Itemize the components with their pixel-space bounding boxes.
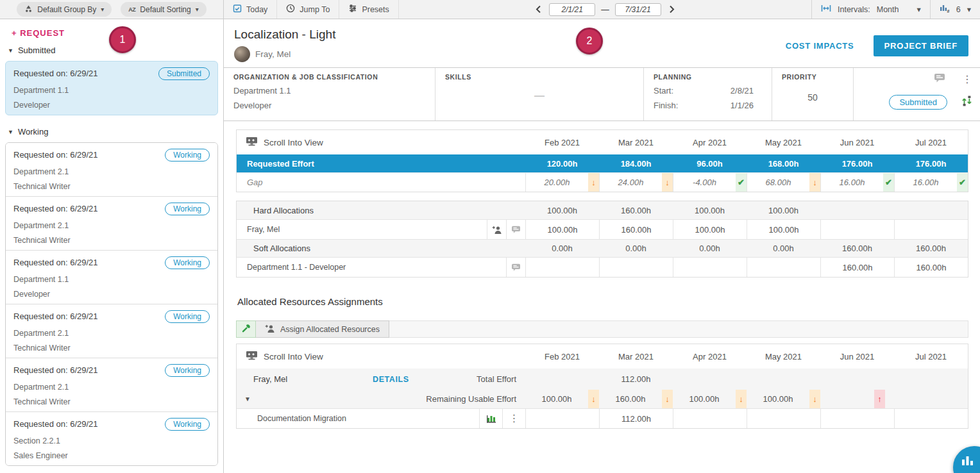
jump-to-button[interactable]: Jump To xyxy=(277,0,339,19)
months-header-row: Scroll Into View Feb 2021 Mar 2021 Apr 2… xyxy=(237,130,968,154)
effort-cell: 120.00h xyxy=(525,154,599,172)
requests-sidebar: Default Group By ▾ AZ Default Sorting ▾ … xyxy=(0,0,224,473)
range-end-input[interactable] xyxy=(615,3,661,16)
alloc-cell xyxy=(894,220,968,239)
status-badge: Working xyxy=(165,203,210,215)
gap-cell: 68.00h ↓ xyxy=(747,173,820,192)
alloc-cell xyxy=(525,258,599,277)
total-effort-cell: 112.00h xyxy=(599,369,673,390)
request-org: Department 2.1 xyxy=(13,221,210,230)
range-start-input[interactable] xyxy=(549,3,595,16)
gap-cell: 16.00h ✔ xyxy=(894,173,968,192)
skills-empty-dash: — xyxy=(534,90,545,102)
sorting-dropdown[interactable]: AZ Default Sorting ▾ xyxy=(121,2,206,17)
total-effort-cell xyxy=(747,369,820,390)
start-value: 2/8/21 xyxy=(731,86,754,95)
task-name: Documentation Migration xyxy=(237,409,479,428)
range-next-button[interactable] xyxy=(667,4,677,15)
working-section-header[interactable]: ▼ Working xyxy=(8,127,218,137)
gap-cell: -4.00h ✔ xyxy=(673,173,747,192)
request-card[interactable]: Requested on: 6/29/21 Working Department… xyxy=(6,143,217,196)
gap-cell: 24.00h ↓ xyxy=(599,173,673,192)
task-cell xyxy=(673,409,747,428)
request-date: Requested on: 6/29/21 xyxy=(13,310,98,321)
date-range-control: — xyxy=(399,3,811,16)
gap-down-indicator-icon: ↓ xyxy=(588,173,599,192)
request-card-submitted[interactable]: Requested on: 6/29/21 Submitted Departme… xyxy=(5,61,218,115)
app-window: Default Group By ▾ AZ Default Sorting ▾ … xyxy=(0,0,980,473)
request-card[interactable]: Requested on: 6/29/21 Working Department… xyxy=(6,358,217,411)
expand-collapse-icon[interactable]: ▼ xyxy=(237,395,373,402)
comment-icon[interactable] xyxy=(934,73,945,86)
org-label: ORGANIZATION & JOB CLASSIFICATION xyxy=(233,73,425,81)
details-link[interactable]: DETAILS xyxy=(373,375,409,384)
intervals-dropdown[interactable]: Month ▾ xyxy=(877,4,921,14)
alloc-cell: 100.00h xyxy=(525,220,599,239)
total-effort-cell xyxy=(525,369,599,390)
calendar-check-icon xyxy=(233,4,242,15)
comment-icon[interactable] xyxy=(506,258,525,277)
content-area: Scroll Into View Feb 2021 Mar 2021 Apr 2… xyxy=(224,121,980,473)
today-button[interactable]: Today xyxy=(224,0,277,19)
alloc-cell: 100.00h xyxy=(673,220,747,239)
intervals-value: Month xyxy=(877,5,899,14)
group-by-dropdown[interactable]: Default Group By ▾ xyxy=(17,2,112,17)
more-options-icon[interactable]: ⋮ xyxy=(962,74,972,85)
remaining-cell: ↑ xyxy=(820,390,894,408)
finish-value: 1/1/26 xyxy=(731,101,754,110)
alloc-total-cell: 0.00h xyxy=(599,240,673,257)
request-date: Requested on: 6/29/21 xyxy=(13,256,98,267)
chevron-down-icon: ▾ xyxy=(196,6,199,13)
project-brief-button[interactable]: PROJECT BRIEF xyxy=(874,35,968,56)
more-options-icon[interactable]: ⋮ xyxy=(502,409,525,428)
scroll-into-view-label: Scroll Into View xyxy=(264,352,323,361)
scroll-into-view-button[interactable]: Scroll Into View xyxy=(237,137,323,148)
toolbar-right: Intervals: Month ▾ # 6 ▾ xyxy=(811,0,980,19)
org-classification-cell: ORGANIZATION & JOB CLASSIFICATION Depart… xyxy=(224,68,435,120)
finish-label: Finish: xyxy=(654,101,678,110)
sliders-icon xyxy=(348,4,357,15)
workflow-status-icon[interactable] xyxy=(961,95,972,109)
request-card[interactable]: Requested on: 6/29/21 Working Department… xyxy=(6,196,217,250)
range-prev-button[interactable] xyxy=(534,4,543,15)
total-effort-cell xyxy=(820,369,894,390)
scroll-into-view-button[interactable]: Scroll Into View xyxy=(237,351,323,362)
effort-distribution-icon[interactable] xyxy=(479,409,502,428)
request-role: Technical Writer xyxy=(13,397,210,406)
today-label: Today xyxy=(246,5,267,14)
requested-effort-row: Requested Effort 120.00h 184.00h 96.00h … xyxy=(237,154,968,172)
month-header: Apr 2021 xyxy=(673,130,747,154)
alloc-total-cell: 160.00h xyxy=(820,240,894,257)
gap-check-indicator-icon: ✔ xyxy=(957,173,968,192)
scroll-into-view-label: Scroll Into View xyxy=(264,138,323,147)
remaining-cell: 100.00h ↓ xyxy=(747,390,820,408)
request-card[interactable]: Requested on: 6/29/21 Working Department… xyxy=(6,304,217,358)
assign-person-icon[interactable] xyxy=(487,220,506,239)
request-status-badge: Submitted xyxy=(889,95,947,110)
comment-icon[interactable] xyxy=(506,220,525,239)
wrench-icon xyxy=(242,324,251,335)
gap-cell: 20.00h ↓ xyxy=(525,173,599,192)
priority-cell: PRIORITY 50 xyxy=(772,68,854,120)
section-collapse-icon: ▼ xyxy=(8,129,13,135)
planning-cell: PLANNING Start: 2/8/21 Finish: 1/1/26 xyxy=(644,68,772,120)
presets-button[interactable]: Presets xyxy=(339,0,398,19)
cost-impacts-link[interactable]: COST IMPACTS xyxy=(786,41,854,51)
monitor-icon xyxy=(246,351,258,362)
request-card[interactable]: Requested on: 6/29/21 Working Section 2.… xyxy=(6,411,217,465)
group-by-icon xyxy=(24,4,33,15)
annotation-marker-1: 1 xyxy=(109,26,136,53)
group-by-label: Default Group By xyxy=(37,5,96,14)
alloc-total-cell: 160.00h xyxy=(894,240,968,257)
effort-cell: 176.00h xyxy=(820,154,894,172)
resource-name: Department 1.1 - Developer xyxy=(237,258,506,277)
visible-intervals-dropdown[interactable]: # 6 ▾ xyxy=(930,0,980,19)
alloc-cell xyxy=(673,258,747,277)
request-org: Department 1.1 xyxy=(13,275,210,284)
tools-button[interactable] xyxy=(236,320,256,338)
status-badge: Submitted xyxy=(158,67,210,80)
page-title: Localization - Light xyxy=(234,28,335,42)
assign-allocated-resources-button[interactable]: Assign Allocated Resources xyxy=(256,320,389,338)
request-card[interactable]: Requested on: 6/29/21 Working Department… xyxy=(6,250,217,304)
soft-resource-row: Department 1.1 - Developer 160.00h 160.0… xyxy=(237,257,968,277)
